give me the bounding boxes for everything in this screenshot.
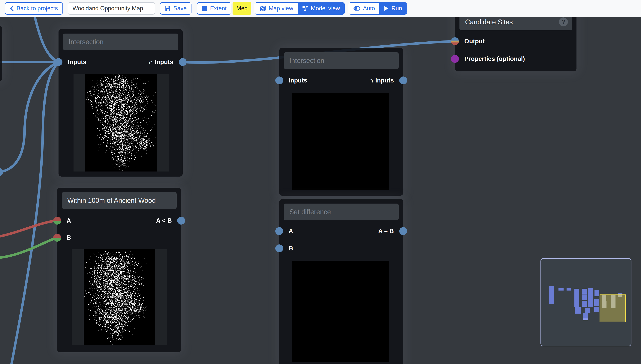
- input-port-b[interactable]: [53, 234, 61, 242]
- auto-toggle-icon: [353, 6, 360, 11]
- input-port[interactable]: [275, 76, 283, 84]
- wire-into-intersection1-from-top[interactable]: [35, 16, 58, 62]
- minimap-node-rect: [588, 294, 593, 298]
- offscreen-port[interactable]: [0, 168, 3, 176]
- minimap-node-rect: [574, 289, 579, 307]
- model-tree-icon: [302, 6, 308, 12]
- wire-intersection1-to-bottom-edge[interactable]: [11, 62, 58, 364]
- input-port-output[interactable]: [451, 37, 459, 45]
- save-button[interactable]: Save: [160, 2, 192, 14]
- port-label-a: A: [289, 228, 293, 235]
- output-port[interactable]: [399, 227, 407, 235]
- input-port[interactable]: [55, 58, 63, 66]
- node-within-100m[interactable]: A A < B B: [57, 188, 181, 352]
- map-icon: [260, 6, 266, 12]
- port-label-b: B: [289, 245, 293, 252]
- minimap-node-rect: [582, 289, 587, 294]
- back-to-projects-label: Back to projects: [17, 5, 58, 12]
- auto-toggle-button[interactable]: Auto: [349, 2, 379, 14]
- minimap-node-rect: [588, 298, 593, 307]
- wire-green-into-within-b[interactable]: [0, 238, 57, 258]
- map-view-button[interactable]: Map view: [255, 2, 298, 14]
- raster-preview: [85, 74, 157, 172]
- model-view-label: Model view: [311, 5, 340, 12]
- offscreen-node-fragment[interactable]: [0, 26, 2, 81]
- play-icon: [384, 6, 389, 11]
- input-port-properties[interactable]: [451, 55, 459, 63]
- port-label-a-lt-b: A < B: [156, 217, 172, 224]
- minimap[interactable]: [540, 258, 631, 346]
- save-label: Save: [174, 5, 187, 12]
- chevron-left-icon: [10, 5, 14, 12]
- toolbar: Back to projects Save Extent Med Map vi: [0, 0, 641, 17]
- minimap-node-rect: [566, 288, 571, 290]
- input-port-a[interactable]: [53, 217, 61, 224]
- minimap-node-rect: [594, 307, 599, 312]
- node-set-difference[interactable]: A A – B B: [279, 199, 403, 364]
- port-label-inputs: Inputs: [289, 77, 307, 84]
- port-label-a: A: [67, 217, 71, 224]
- view-toggle-group: Map view Model view: [255, 2, 345, 14]
- minimap-node-rect: [588, 288, 593, 294]
- extent-label: Extent: [210, 5, 227, 12]
- minimap-node-rect: [575, 308, 581, 314]
- minimap-node-rect: [585, 308, 590, 313]
- raster-preview: [84, 249, 155, 345]
- help-icon[interactable]: ?: [559, 18, 568, 26]
- port-label-properties: Properties (optional): [464, 55, 525, 62]
- port-label-intersect-output: ∩ Inputs: [369, 77, 394, 84]
- node-thumbnail: [74, 74, 169, 172]
- run-control-group: Auto Run: [349, 2, 407, 14]
- port-label-b: B: [67, 234, 71, 241]
- minimap-node-rect: [558, 288, 563, 290]
- port-label-output: Output: [464, 38, 485, 45]
- node-title-field[interactable]: [63, 34, 178, 50]
- back-to-projects-button[interactable]: Back to projects: [5, 2, 63, 14]
- node-intersection-2[interactable]: Inputs ∩ Inputs: [279, 48, 403, 196]
- node-candidate-sites[interactable]: ? Output Properties (optional): [455, 9, 576, 72]
- auto-label: Auto: [363, 5, 375, 12]
- node-thumbnail: [72, 249, 167, 345]
- node-intersection-1[interactable]: Inputs ∩ Inputs: [59, 29, 183, 176]
- project-title-input[interactable]: [68, 2, 155, 14]
- input-port-a[interactable]: [275, 227, 283, 235]
- minimap-node-rect: [582, 301, 587, 307]
- node-title-field[interactable]: [284, 204, 399, 220]
- model-canvas[interactable]: Inputs ∩ Inputs A A < B B Inputs ∩: [0, 0, 641, 364]
- minimap-node-rect: [549, 286, 554, 304]
- extent-square-icon: [202, 6, 207, 11]
- output-port[interactable]: [399, 76, 407, 84]
- input-port-b[interactable]: [275, 244, 283, 252]
- model-view-button[interactable]: Model view: [298, 2, 344, 14]
- output-port[interactable]: [179, 58, 187, 66]
- minimap-node-rect: [582, 294, 587, 300]
- minimap-node-rect: [594, 299, 599, 306]
- resolution-med-badge[interactable]: Med: [233, 2, 251, 14]
- node-title-field[interactable]: [62, 192, 177, 209]
- wire-red-into-within-a[interactable]: [0, 220, 57, 236]
- node-thumbnail: [292, 261, 389, 362]
- output-port[interactable]: [177, 217, 185, 224]
- minimap-viewport[interactable]: [599, 294, 626, 322]
- port-label-inputs: Inputs: [68, 58, 87, 66]
- port-label-intersect-output: ∩ Inputs: [149, 58, 173, 66]
- port-label-a-minus-b: A – B: [378, 228, 394, 235]
- minimap-node-rect: [594, 290, 599, 296]
- save-icon: [165, 6, 171, 12]
- run-label: Run: [391, 5, 402, 12]
- node-thumbnail: [292, 93, 389, 190]
- minimap-node-rect: [583, 318, 588, 320]
- node-title-field[interactable]: [284, 52, 399, 69]
- extent-button[interactable]: Extent: [197, 2, 231, 14]
- run-button[interactable]: Run: [379, 2, 407, 14]
- map-view-label: Map view: [269, 5, 293, 12]
